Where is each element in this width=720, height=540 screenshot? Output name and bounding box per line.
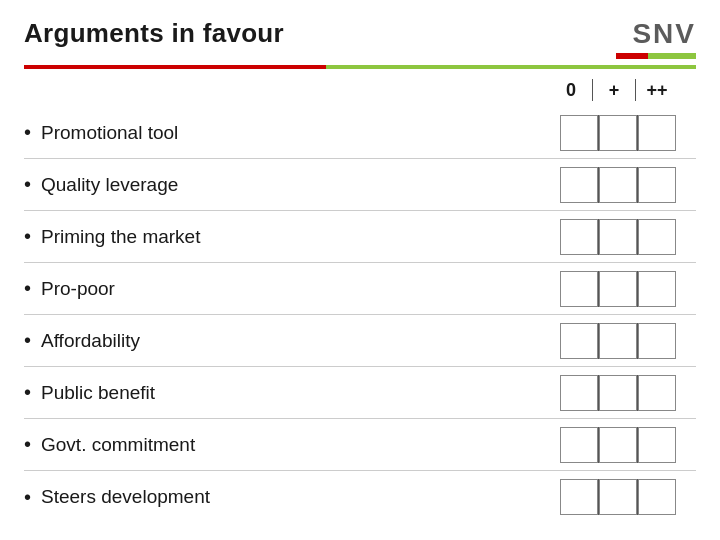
rating-box-plusplus (638, 427, 676, 463)
list-item-text: •Govt. commitment (24, 433, 195, 456)
bullet-icon: • (24, 225, 31, 248)
rating-box-plusplus (638, 167, 676, 203)
bullet-icon: • (24, 329, 31, 352)
list-item-label: Public benefit (41, 382, 155, 404)
list-row: •Priming the market (24, 211, 696, 263)
list-item-text: •Public benefit (24, 381, 155, 404)
list-row: •Quality leverage (24, 159, 696, 211)
list-item-label: Pro-poor (41, 278, 115, 300)
list-item-label: Promotional tool (41, 122, 178, 144)
rating-box-plus (599, 427, 637, 463)
logo-area: SNV (616, 18, 696, 59)
rating-box-plusplus (638, 479, 676, 515)
col-header-plus: + (595, 80, 633, 101)
col-header-0: 0 (552, 80, 590, 101)
list-row: •Public benefit (24, 367, 696, 419)
bullet-icon: • (24, 433, 31, 456)
rating-cells (560, 427, 696, 463)
rating-box-0 (560, 271, 598, 307)
list-item-text: •Pro-poor (24, 277, 115, 300)
list-row: •Promotional tool (24, 107, 696, 159)
rating-box-0 (560, 167, 598, 203)
rating-box-plus (599, 479, 637, 515)
list-row: •Govt. commitment (24, 419, 696, 471)
rating-box-0 (560, 219, 598, 255)
bullet-icon: • (24, 277, 31, 300)
list-item-label: Govt. commitment (41, 434, 195, 456)
list-item-text: •Priming the market (24, 225, 200, 248)
bullet-icon: • (24, 381, 31, 404)
rating-cells (560, 167, 696, 203)
list-item-text: •Affordability (24, 329, 140, 352)
list-item-label: Quality leverage (41, 174, 178, 196)
rating-box-plusplus (638, 271, 676, 307)
rating-cells (560, 479, 696, 515)
rating-box-plusplus (638, 219, 676, 255)
list-row: •Pro-poor (24, 263, 696, 315)
rating-box-plusplus (638, 375, 676, 411)
rating-box-plusplus (638, 115, 676, 151)
rating-box-0 (560, 427, 598, 463)
list-item-label: Steers development (41, 486, 210, 508)
rating-cells (560, 219, 696, 255)
main-content: 0 + ++ •Promotional tool•Quality leverag… (0, 69, 720, 523)
logo-bar (616, 53, 696, 59)
rating-cells (560, 271, 696, 307)
logo-text: SNV (632, 18, 696, 50)
list-row: •Steers development (24, 471, 696, 523)
page-title: Arguments in favour (24, 18, 284, 49)
rating-box-plus (599, 271, 637, 307)
rating-box-plus (599, 323, 637, 359)
rating-box-plus (599, 167, 637, 203)
column-headers: 0 + ++ (24, 79, 696, 101)
rating-cells (560, 375, 696, 411)
list-row: •Affordability (24, 315, 696, 367)
rating-box-plus (599, 115, 637, 151)
rating-box-plusplus (638, 323, 676, 359)
list-item-text: •Promotional tool (24, 121, 178, 144)
list-item-label: Priming the market (41, 226, 200, 248)
bullet-icon: • (24, 173, 31, 196)
rating-cells (560, 323, 696, 359)
list-area: •Promotional tool•Quality leverage•Primi… (24, 107, 696, 523)
page-header: Arguments in favour SNV (0, 0, 720, 59)
col-divider-2 (635, 79, 636, 101)
rating-box-0 (560, 479, 598, 515)
bullet-icon: • (24, 486, 31, 509)
rating-box-0 (560, 115, 598, 151)
rating-box-plus (599, 219, 637, 255)
col-divider-1 (592, 79, 593, 101)
rating-cells (560, 115, 696, 151)
list-item-text: •Steers development (24, 486, 210, 509)
rating-box-0 (560, 375, 598, 411)
list-item-label: Affordability (41, 330, 140, 352)
list-item-text: •Quality leverage (24, 173, 178, 196)
rating-box-0 (560, 323, 598, 359)
bullet-icon: • (24, 121, 31, 144)
col-header-plusplus: ++ (638, 80, 676, 101)
rating-box-plus (599, 375, 637, 411)
